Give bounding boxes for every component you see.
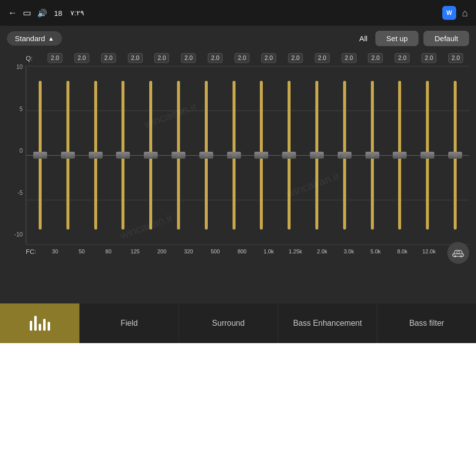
slider-thumb-14[interactable] (420, 152, 434, 159)
slider-col-10 (303, 68, 331, 242)
volume-icon: 🔊 (37, 8, 47, 18)
slider-col-6 (192, 68, 220, 242)
slider-track-13[interactable] (398, 81, 401, 230)
slider-thumb-2[interactable] (89, 152, 103, 159)
y-label-n10: -10 (14, 232, 23, 238)
fc-value-1: 50 (68, 248, 95, 254)
q-value-13[interactable]: 2.0 (395, 53, 410, 63)
q-values: 2.02.02.02.02.02.02.02.02.02.02.02.02.02… (42, 53, 469, 63)
q-value-1[interactable]: 2.0 (74, 53, 89, 63)
slider-track-2[interactable] (94, 81, 97, 230)
home-icon[interactable]: ⌂ (462, 7, 468, 19)
slider-thumb-10[interactable] (310, 152, 324, 159)
eq-container: Standard ▲ All Set up Default 10 5 0 -5 … (0, 26, 476, 303)
fc-value-0: 30 (42, 248, 68, 254)
slider-thumb-4[interactable] (144, 152, 158, 159)
q-value-8[interactable]: 2.0 (261, 53, 276, 63)
fc-value-9: 1.25k (282, 248, 309, 254)
q-value-0[interactable]: 2.0 (48, 53, 62, 63)
q-value-14[interactable]: 2.0 (421, 53, 436, 63)
setup-button[interactable]: Set up (375, 31, 418, 46)
app-shortcut-icon[interactable]: W (442, 6, 456, 20)
q-value-10[interactable]: 2.0 (315, 53, 330, 63)
tab-bass-filter[interactable]: Bass filter (377, 303, 476, 343)
slider-track-8[interactable] (260, 81, 263, 230)
q-value-3[interactable]: 2.0 (128, 53, 143, 63)
slider-thumb-9[interactable] (282, 152, 296, 159)
fc-values: 3050801252003205008001.0k1.25k2.0k3.0k5.… (42, 248, 469, 254)
q-value-4[interactable]: 2.0 (154, 53, 169, 63)
slider-track-1[interactable] (66, 81, 69, 230)
slider-track-6[interactable] (205, 81, 208, 230)
slider-col-4 (137, 68, 165, 242)
status-bar: ← ▭ 🔊 18 ۷:۲۹ W ⌂ (0, 0, 476, 26)
tab-field[interactable]: Field (79, 303, 178, 343)
svg-point-1 (454, 255, 456, 257)
fc-value-5: 320 (175, 248, 202, 254)
q-value-7[interactable]: 2.0 (235, 53, 249, 63)
eq-topbar: Standard ▲ All Set up Default (7, 31, 469, 46)
slider-track-10[interactable] (315, 81, 318, 230)
slider-col-12 (358, 68, 386, 242)
slider-col-7 (220, 68, 248, 242)
car-button[interactable] (447, 242, 469, 264)
slider-track-14[interactable] (426, 81, 429, 230)
slider-col-15 (441, 68, 469, 242)
slider-thumb-6[interactable] (199, 152, 213, 159)
fc-value-7: 800 (229, 248, 255, 254)
topbar-right: All Set up Default (359, 31, 469, 46)
bottom-tabs: Field Surround Bass Enhancement Bass fil… (0, 303, 476, 343)
sliders-grid: Q: 2.02.02.02.02.02.02.02.02.02.02.02.02… (26, 50, 469, 258)
eq-icon-bars (30, 316, 50, 331)
slider-col-13 (386, 68, 414, 242)
slider-track-15[interactable] (454, 81, 457, 230)
q-value-2[interactable]: 2.0 (101, 53, 116, 63)
slider-thumb-8[interactable] (254, 152, 268, 159)
status-bar-right: W ⌂ (442, 6, 468, 20)
slider-track-3[interactable] (121, 81, 124, 230)
q-value-12[interactable]: 2.0 (368, 53, 383, 63)
tab-surround[interactable]: Surround (178, 303, 278, 343)
slider-col-8 (248, 68, 276, 242)
slider-thumb-11[interactable] (338, 152, 352, 159)
slider-columns (26, 66, 469, 244)
slider-track-7[interactable] (233, 81, 236, 230)
q-value-15[interactable]: 2.0 (448, 53, 463, 63)
slider-thumb-13[interactable] (393, 152, 407, 159)
slider-col-5 (165, 68, 192, 242)
q-value-6[interactable]: 2.0 (208, 53, 223, 63)
preset-button[interactable]: Standard ▲ (7, 31, 62, 46)
slider-thumb-3[interactable] (116, 152, 130, 159)
slider-track-11[interactable] (343, 81, 346, 230)
default-button[interactable]: Default (423, 31, 469, 46)
slider-thumb-1[interactable] (61, 152, 75, 159)
volume-level: 18 (54, 9, 62, 17)
slider-track-9[interactable] (288, 81, 291, 230)
slider-thumb-12[interactable] (365, 152, 379, 159)
slider-col-0 (26, 68, 54, 242)
slider-thumb-7[interactable] (227, 152, 241, 159)
slider-track-12[interactable] (371, 81, 374, 230)
y-label-n5: -5 (17, 190, 23, 196)
fc-value-6: 500 (202, 248, 229, 254)
slider-track-0[interactable] (39, 81, 42, 230)
slider-thumb-15[interactable] (448, 152, 462, 159)
slider-thumb-0[interactable] (33, 152, 47, 159)
q-value-9[interactable]: 2.0 (288, 53, 303, 63)
slider-thumb-5[interactable] (172, 152, 185, 159)
y-label-10: 10 (16, 64, 23, 70)
fc-value-12: 5.0k (362, 248, 389, 254)
q-value-5[interactable]: 2.0 (181, 53, 196, 63)
fc-value-11: 3.0k (336, 248, 362, 254)
eq-icon-bar-0 (30, 321, 32, 331)
tab-eq-icon[interactable] (0, 303, 79, 343)
y-label-5: 5 (19, 106, 23, 112)
fc-value-10: 2.0k (309, 248, 336, 254)
window-icon[interactable]: ▭ (23, 7, 31, 18)
tab-bass-enhancement[interactable]: Bass Enhancement (278, 303, 377, 343)
back-icon[interactable]: ← (8, 8, 17, 18)
slider-track-4[interactable] (149, 81, 152, 230)
slider-track-5[interactable] (177, 81, 180, 230)
fc-label: FC: (26, 248, 42, 255)
q-value-11[interactable]: 2.0 (342, 53, 357, 63)
